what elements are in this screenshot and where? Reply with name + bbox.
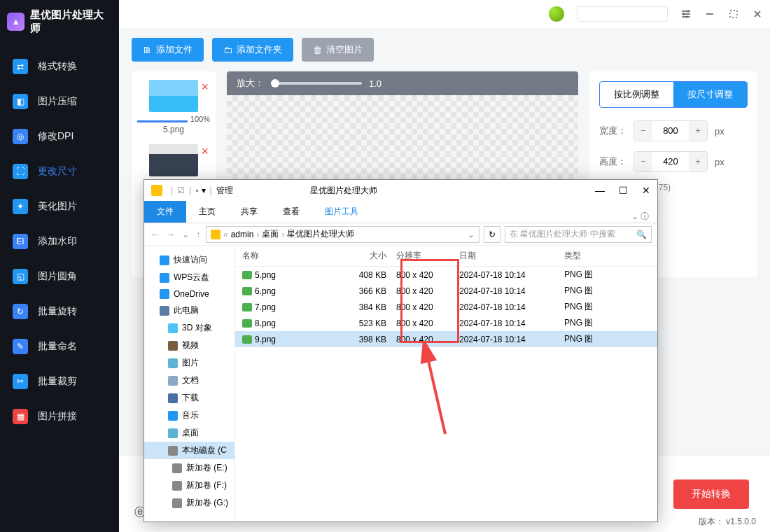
nav-recent-icon[interactable]: ⌄ <box>181 230 190 239</box>
col-resolution[interactable]: 分辨率 <box>396 250 459 262</box>
cloud-icon <box>160 273 169 283</box>
ribbon-tab-tool[interactable]: 图片工具 <box>312 201 371 223</box>
onedrive[interactable]: OneDrive <box>144 286 234 302</box>
refresh-icon[interactable]: ↻ <box>484 226 500 243</box>
sidebar-item-label: 美化图片 <box>38 200 77 213</box>
settings-icon[interactable] <box>680 8 692 20</box>
music[interactable]: 音乐 <box>144 407 234 424</box>
start-convert-button[interactable]: 开始转换 <box>673 479 749 509</box>
drive-icon <box>168 446 178 456</box>
ribbon-tab-home[interactable]: 主页 <box>186 201 228 223</box>
side-label: 音乐 <box>182 410 199 421</box>
minimize-icon[interactable] <box>704 8 715 20</box>
user-avatar[interactable] <box>549 6 564 22</box>
explorer-minimize-icon[interactable]: — <box>595 185 605 196</box>
col-name[interactable]: 名称 <box>242 250 340 262</box>
sidebar-item-rename[interactable]: ✎批量命名 <box>0 329 119 364</box>
drive-c[interactable]: 本地磁盘 (C <box>144 442 234 459</box>
folder-icon <box>168 358 178 368</box>
file-row[interactable]: 5.png408 KB800 x 4202024-07-18 10:14PNG … <box>235 267 657 283</box>
sidebar-item-label: 更改尺寸 <box>38 165 77 178</box>
file-type: PNG 图 <box>564 269 606 281</box>
ribbon-tab-share[interactable]: 共享 <box>228 201 270 223</box>
png-icon <box>242 335 252 344</box>
height-plus-button[interactable]: + <box>689 152 707 172</box>
sidebar-item-rotate[interactable]: ↻批量旋转 <box>0 294 119 329</box>
width-plus-button[interactable]: + <box>689 121 707 141</box>
pictures[interactable]: 图片 <box>144 354 234 372</box>
col-size[interactable]: 大小 <box>340 250 396 262</box>
nav-forward-icon[interactable]: → <box>165 230 176 239</box>
side-label: WPS云盘 <box>174 272 209 284</box>
file-row[interactable]: 7.png384 KB800 x 4202024-07-18 10:14PNG … <box>235 299 657 315</box>
file-row[interactable]: 8.png523 KB800 x 4202024-07-18 10:14PNG … <box>235 315 657 331</box>
file-size: 523 KB <box>340 318 396 328</box>
breadcrumb-part[interactable]: 星优图片处理大师 <box>287 228 354 240</box>
3d-objects[interactable]: 3D 对象 <box>144 319 234 337</box>
add-folder-button[interactable]: 🗀添加文件夹 <box>212 38 293 62</box>
slider-thumb[interactable] <box>271 79 279 88</box>
side-label: 视频 <box>182 340 199 351</box>
sidebar-item-compress[interactable]: ◧图片压缩 <box>0 84 119 119</box>
remove-file-icon[interactable]: × <box>201 144 209 159</box>
breadcrumb-part[interactable]: admin <box>231 230 254 239</box>
sidebar-item-resize[interactable]: ⛶更改尺寸 <box>0 154 119 189</box>
height-value[interactable]: 420 <box>652 152 689 172</box>
remove-file-icon[interactable]: × <box>201 80 209 94</box>
button-label: 清空图片 <box>326 43 363 56</box>
file-row[interactable]: 9.png398 KB800 x 4202024-07-18 10:14PNG … <box>235 331 657 347</box>
sidebar-item-crop[interactable]: ✂批量裁剪 <box>0 364 119 399</box>
ribbon-tab-file[interactable]: 文件 <box>144 201 186 223</box>
height-minus-button[interactable]: − <box>634 152 652 172</box>
search-placeholder: 在 星优图片处理大师 中搜索 <box>510 228 615 240</box>
clear-button[interactable]: 🗑清空图片 <box>302 38 374 62</box>
col-type[interactable]: 类型 <box>564 250 606 262</box>
tab-ratio[interactable]: 按比例调整 <box>600 82 673 107</box>
trash-icon: 🗑 <box>313 45 322 55</box>
close-icon[interactable] <box>752 8 763 20</box>
sidebar-item-dpi[interactable]: ◎修改DPI <box>0 119 119 154</box>
sidebar-item-beautify[interactable]: ✦美化图片 <box>0 189 119 224</box>
sidebar-item-watermark[interactable]: EI添加水印 <box>0 224 119 259</box>
nav-back-icon[interactable]: ← <box>150 230 161 239</box>
breadcrumb-part[interactable]: 桌面 <box>262 228 279 240</box>
nav-up-icon[interactable]: ↑ <box>195 230 202 239</box>
file-thumb[interactable]: × 100% 5.png <box>137 80 210 134</box>
tab-size[interactable]: 按尺寸调整 <box>673 82 747 107</box>
documents[interactable]: 文档 <box>144 372 234 389</box>
file-thumb[interactable]: × <box>137 144 210 176</box>
file-resolution: 800 x 420 <box>396 302 459 312</box>
ribbon-expand-icon[interactable]: ⌄ ⓘ <box>623 211 657 223</box>
desktop[interactable]: 桌面 <box>144 424 234 442</box>
wps-cloud[interactable]: WPS云盘 <box>144 269 234 286</box>
drive-g[interactable]: 新加卷 (G:) <box>144 494 234 512</box>
sidebar-item-format[interactable]: ⇄格式转换 <box>0 49 119 84</box>
breadcrumb[interactable]: « admin› 桌面› 星优图片处理大师 ⌄ <box>206 226 479 243</box>
file-date: 2024-07-18 10:14 <box>459 335 564 344</box>
folder-icon <box>168 376 178 386</box>
explorer-maximize-icon[interactable]: ☐ <box>619 185 628 196</box>
col-date[interactable]: 日期 <box>459 250 564 262</box>
maximize-icon[interactable] <box>728 8 739 20</box>
sidebar-item-corner[interactable]: ◱图片圆角 <box>0 259 119 294</box>
downloads[interactable]: 下载 <box>144 389 234 407</box>
width-value[interactable]: 800 <box>652 121 689 141</box>
this-pc[interactable]: 此电脑 <box>144 302 234 319</box>
sidebar-item-merge[interactable]: ▦图片拼接 <box>0 399 119 434</box>
videos[interactable]: 视频 <box>144 337 234 354</box>
file-resolution: 800 x 420 <box>396 286 459 296</box>
drive-e[interactable]: 新加卷 (E:) <box>144 459 234 477</box>
user-box[interactable] <box>577 6 668 22</box>
width-minus-button[interactable]: − <box>634 121 652 141</box>
drive-f[interactable]: 新加卷 (F:) <box>144 477 234 494</box>
ribbon-tab-view[interactable]: 查看 <box>270 201 312 223</box>
quick-access[interactable]: 快速访问 <box>144 251 234 269</box>
file-row[interactable]: 6.png366 KB800 x 4202024-07-18 10:14PNG … <box>235 283 657 299</box>
explorer-close-icon[interactable]: ✕ <box>642 185 650 196</box>
png-icon <box>242 303 252 312</box>
app-brand: 星优图片处理大师 <box>0 4 119 49</box>
zoom-slider[interactable] <box>271 82 362 85</box>
add-file-button[interactable]: 🗎添加文件 <box>132 38 204 62</box>
explorer-file-list: 名称 大小 分辨率 日期 类型 5.png408 KB800 x 4202024… <box>235 246 657 522</box>
explorer-search-input[interactable]: 在 星优图片处理大师 中搜索🔍 <box>505 226 652 243</box>
